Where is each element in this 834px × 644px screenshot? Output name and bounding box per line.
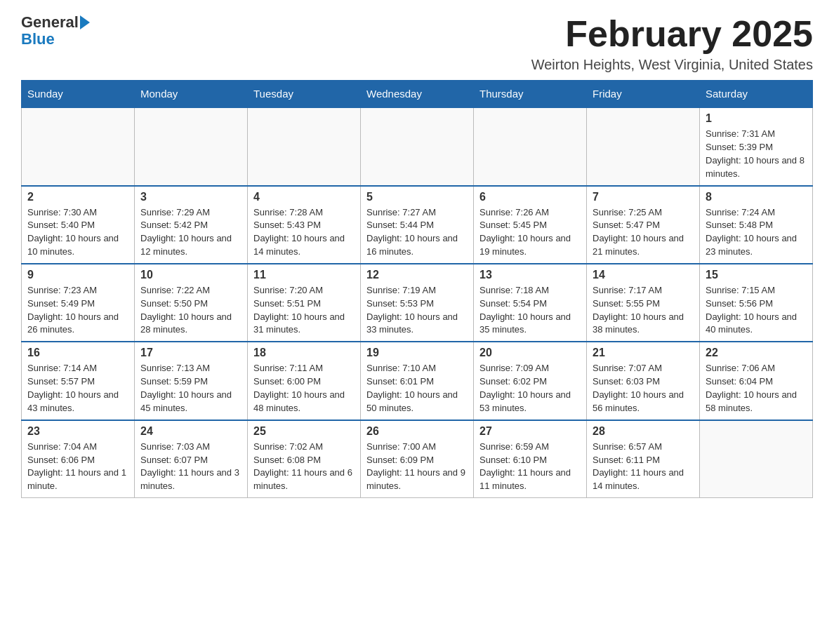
day-info: Sunrise: 6:59 AMSunset: 6:10 PMDaylight:…: [479, 441, 581, 493]
day-number: 8: [706, 191, 807, 203]
calendar-cell: 5Sunrise: 7:27 AMSunset: 5:44 PMDaylight…: [361, 186, 474, 264]
day-number: 12: [366, 269, 468, 281]
calendar-week-2: 2Sunrise: 7:30 AMSunset: 5:40 PMDaylight…: [22, 186, 813, 264]
calendar-cell: 16Sunrise: 7:14 AMSunset: 5:57 PMDayligh…: [22, 342, 135, 420]
day-info: Sunrise: 7:27 AMSunset: 5:44 PMDaylight:…: [366, 206, 468, 259]
month-title: February 2025: [531, 14, 813, 54]
day-number: 22: [706, 347, 807, 359]
day-number: 17: [140, 347, 241, 359]
logo-blue: Blue: [21, 31, 90, 48]
day-number: 21: [593, 347, 694, 359]
calendar-cell: [22, 107, 135, 185]
day-info: Sunrise: 7:04 AMSunset: 6:06 PMDaylight:…: [27, 441, 128, 493]
logo-arrow-icon: [80, 15, 90, 29]
calendar-cell: [700, 420, 813, 498]
day-info: Sunrise: 7:03 AMSunset: 6:07 PMDaylight:…: [140, 441, 241, 493]
day-number: 10: [140, 269, 241, 281]
calendar-cell: 26Sunrise: 7:00 AMSunset: 6:09 PMDayligh…: [361, 420, 474, 498]
calendar-cell: [361, 107, 474, 185]
day-number: 27: [479, 425, 581, 438]
day-info: Sunrise: 7:31 AMSunset: 5:39 PMDaylight:…: [706, 128, 807, 180]
calendar-cell: [248, 107, 361, 185]
day-info: Sunrise: 7:18 AMSunset: 5:54 PMDaylight:…: [479, 284, 581, 337]
day-number: 24: [140, 425, 241, 438]
day-number: 9: [27, 269, 128, 281]
day-info: Sunrise: 7:20 AMSunset: 5:51 PMDaylight:…: [253, 284, 355, 337]
calendar-cell: 7Sunrise: 7:25 AMSunset: 5:47 PMDaylight…: [587, 186, 700, 264]
day-number: 5: [366, 191, 468, 203]
day-number: 7: [593, 191, 694, 203]
day-info: Sunrise: 7:26 AMSunset: 5:45 PMDaylight:…: [479, 206, 581, 259]
day-number: 1: [706, 112, 807, 125]
weekday-header-monday: Monday: [135, 81, 248, 108]
calendar-cell: 15Sunrise: 7:15 AMSunset: 5:56 PMDayligh…: [700, 264, 813, 342]
day-number: 28: [593, 425, 694, 438]
page-header: General Blue February 2025 Weirton Heigh…: [21, 14, 813, 73]
calendar-table: SundayMondayTuesdayWednesdayThursdayFrid…: [21, 80, 813, 498]
day-number: 2: [27, 191, 128, 203]
day-number: 20: [479, 347, 581, 359]
day-info: Sunrise: 6:57 AMSunset: 6:11 PMDaylight:…: [593, 441, 694, 493]
calendar-cell: 27Sunrise: 6:59 AMSunset: 6:10 PMDayligh…: [474, 420, 587, 498]
calendar-cell: 21Sunrise: 7:07 AMSunset: 6:03 PMDayligh…: [587, 342, 700, 420]
day-info: Sunrise: 7:13 AMSunset: 5:59 PMDaylight:…: [140, 362, 241, 415]
calendar-cell: 12Sunrise: 7:19 AMSunset: 5:53 PMDayligh…: [361, 264, 474, 342]
day-number: 26: [366, 425, 468, 438]
calendar-cell: 1Sunrise: 7:31 AMSunset: 5:39 PMDaylight…: [700, 107, 813, 185]
day-info: Sunrise: 7:19 AMSunset: 5:53 PMDaylight:…: [366, 284, 468, 337]
day-number: 18: [253, 347, 355, 359]
day-info: Sunrise: 7:17 AMSunset: 5:55 PMDaylight:…: [593, 284, 694, 337]
weekday-header-tuesday: Tuesday: [248, 81, 361, 108]
day-info: Sunrise: 7:14 AMSunset: 5:57 PMDaylight:…: [27, 362, 128, 415]
day-info: Sunrise: 7:09 AMSunset: 6:02 PMDaylight:…: [479, 362, 581, 415]
calendar-cell: 23Sunrise: 7:04 AMSunset: 6:06 PMDayligh…: [22, 420, 135, 498]
weekday-header-wednesday: Wednesday: [361, 81, 474, 108]
calendar-cell: 18Sunrise: 7:11 AMSunset: 6:00 PMDayligh…: [248, 342, 361, 420]
day-info: Sunrise: 7:23 AMSunset: 5:49 PMDaylight:…: [27, 284, 128, 337]
weekday-header-thursday: Thursday: [474, 81, 587, 108]
day-number: 23: [27, 425, 128, 438]
day-info: Sunrise: 7:24 AMSunset: 5:48 PMDaylight:…: [706, 206, 807, 259]
day-number: 3: [140, 191, 241, 203]
calendar-cell: 22Sunrise: 7:06 AMSunset: 6:04 PMDayligh…: [700, 342, 813, 420]
calendar-cell: 10Sunrise: 7:22 AMSunset: 5:50 PMDayligh…: [135, 264, 248, 342]
calendar-cell: [474, 107, 587, 185]
calendar-cell: [587, 107, 700, 185]
calendar-cell: 13Sunrise: 7:18 AMSunset: 5:54 PMDayligh…: [474, 264, 587, 342]
day-number: 16: [27, 347, 128, 359]
day-number: 6: [479, 191, 581, 203]
day-info: Sunrise: 7:25 AMSunset: 5:47 PMDaylight:…: [593, 206, 694, 259]
day-info: Sunrise: 7:11 AMSunset: 6:00 PMDaylight:…: [253, 362, 355, 415]
day-info: Sunrise: 7:22 AMSunset: 5:50 PMDaylight:…: [140, 284, 241, 337]
calendar-cell: 14Sunrise: 7:17 AMSunset: 5:55 PMDayligh…: [587, 264, 700, 342]
calendar-week-3: 9Sunrise: 7:23 AMSunset: 5:49 PMDaylight…: [22, 264, 813, 342]
day-number: 13: [479, 269, 581, 281]
calendar-cell: 20Sunrise: 7:09 AMSunset: 6:02 PMDayligh…: [474, 342, 587, 420]
title-section: February 2025 Weirton Heights, West Virg…: [531, 14, 813, 73]
day-info: Sunrise: 7:30 AMSunset: 5:40 PMDaylight:…: [27, 206, 128, 259]
day-info: Sunrise: 7:28 AMSunset: 5:43 PMDaylight:…: [253, 206, 355, 259]
calendar-cell: 2Sunrise: 7:30 AMSunset: 5:40 PMDaylight…: [22, 186, 135, 264]
day-info: Sunrise: 7:29 AMSunset: 5:42 PMDaylight:…: [140, 206, 241, 259]
weekday-header-friday: Friday: [587, 81, 700, 108]
day-number: 14: [593, 269, 694, 281]
calendar-week-1: 1Sunrise: 7:31 AMSunset: 5:39 PMDaylight…: [22, 107, 813, 185]
calendar-cell: 4Sunrise: 7:28 AMSunset: 5:43 PMDaylight…: [248, 186, 361, 264]
calendar-cell: 11Sunrise: 7:20 AMSunset: 5:51 PMDayligh…: [248, 264, 361, 342]
day-number: 4: [253, 191, 355, 203]
calendar-cell: 8Sunrise: 7:24 AMSunset: 5:48 PMDaylight…: [700, 186, 813, 264]
calendar-cell: 25Sunrise: 7:02 AMSunset: 6:08 PMDayligh…: [248, 420, 361, 498]
logo-general: General: [21, 14, 79, 31]
day-info: Sunrise: 7:07 AMSunset: 6:03 PMDaylight:…: [593, 362, 694, 415]
weekday-header-row: SundayMondayTuesdayWednesdayThursdayFrid…: [22, 81, 813, 108]
calendar-cell: 17Sunrise: 7:13 AMSunset: 5:59 PMDayligh…: [135, 342, 248, 420]
calendar-cell: 19Sunrise: 7:10 AMSunset: 6:01 PMDayligh…: [361, 342, 474, 420]
day-info: Sunrise: 7:10 AMSunset: 6:01 PMDaylight:…: [366, 362, 468, 415]
weekday-header-saturday: Saturday: [700, 81, 813, 108]
day-number: 25: [253, 425, 355, 438]
calendar-cell: 9Sunrise: 7:23 AMSunset: 5:49 PMDaylight…: [22, 264, 135, 342]
calendar-cell: 6Sunrise: 7:26 AMSunset: 5:45 PMDaylight…: [474, 186, 587, 264]
day-number: 11: [253, 269, 355, 281]
day-info: Sunrise: 7:06 AMSunset: 6:04 PMDaylight:…: [706, 362, 807, 415]
calendar-week-5: 23Sunrise: 7:04 AMSunset: 6:06 PMDayligh…: [22, 420, 813, 498]
